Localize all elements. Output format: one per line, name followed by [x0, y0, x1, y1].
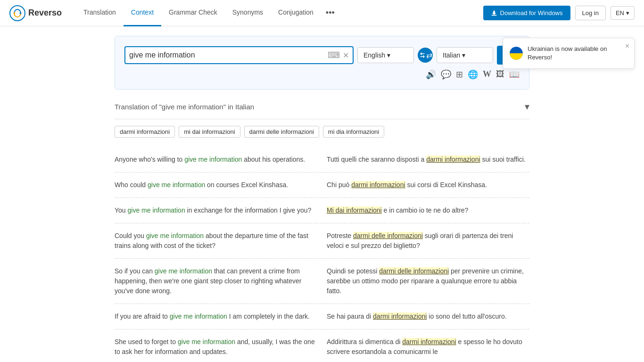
- notification-text: Ukrainian is now available on Reverso!: [528, 45, 617, 62]
- notification-close-button[interactable]: ×: [625, 42, 629, 50]
- volume-icon[interactable]: 🔊: [426, 69, 436, 80]
- en-highlight-4: give me information: [155, 267, 212, 275]
- nav-link-context[interactable]: Context: [124, 0, 161, 26]
- example-row-5: If you are afraid to give me information…: [115, 304, 529, 329]
- examples-list: Anyone who's willing to give me informat…: [115, 147, 529, 362]
- example-row-1: Who could give me information on courses…: [115, 173, 529, 198]
- search-area: ⌨ ✕ English ▾ ⇄ Italian ▾: [115, 36, 529, 90]
- it-highlight-5: darmi informazioni: [373, 313, 427, 320]
- source-lang-dropdown[interactable]: English ▾: [357, 47, 414, 63]
- target-lang-dropdown[interactable]: Italian ▾: [437, 47, 493, 63]
- nav-links: Translation Context Grammar Check Synony…: [76, 0, 483, 26]
- example-it-1: Chi può darmi informazioni sui corsi di …: [327, 180, 529, 190]
- it-highlight-2: Mi dai informazioni: [327, 206, 382, 214]
- translation-chevron[interactable]: ▾: [525, 101, 529, 112]
- search-input-icons: ⌨ ✕: [328, 50, 349, 60]
- example-it-0: Tutti quelli che saranno disposti a darm…: [327, 155, 529, 165]
- example-en-6: She used to forget to give me informatio…: [115, 337, 317, 357]
- keyboard-icon[interactable]: ⌨: [328, 50, 340, 60]
- translation-header: Translation of "give me information" in …: [115, 94, 529, 119]
- tag-2[interactable]: darmi delle informazioni: [244, 126, 319, 138]
- example-en-4: So if you can give me information that c…: [115, 266, 317, 296]
- book-icon[interactable]: 📖: [509, 69, 520, 80]
- example-en-3: Could you give me information about the …: [115, 231, 317, 251]
- wikipedia-icon[interactable]: W: [483, 69, 491, 80]
- notification-banner: Ukrainian is now available on Reverso! ×: [503, 38, 635, 69]
- it-highlight-3: darmi delle informazioni: [353, 232, 423, 239]
- it-highlight-0: darmi informazioni: [426, 156, 480, 163]
- it-highlight-1: darmi informazioni: [351, 181, 405, 189]
- login-button[interactable]: Log in: [575, 6, 606, 20]
- en-highlight-3: give me information: [146, 232, 204, 239]
- chevron-down-icon: ▾: [626, 9, 629, 16]
- tag-0[interactable]: darmi informazioni: [115, 126, 175, 138]
- en-highlight-6: give me information: [178, 338, 235, 346]
- example-it-2: Mi dai informazioni e in cambio io te ne…: [327, 206, 529, 215]
- example-row-0: Anyone who's willing to give me informat…: [115, 147, 529, 173]
- swap-languages-button[interactable]: ⇄: [418, 48, 433, 63]
- brand-name: Reverso: [28, 8, 62, 18]
- search-row: ⌨ ✕ English ▾ ⇄ Italian ▾: [124, 46, 520, 65]
- tags-row: darmi informazioni mi dai informazioni d…: [115, 126, 529, 138]
- nav-right: Download for Windows Log in EN ▾: [483, 6, 635, 20]
- nav-link-grammar[interactable]: Grammar Check: [161, 0, 225, 26]
- svg-point-0: [10, 6, 25, 21]
- source-lang-chevron: ▾: [387, 51, 390, 59]
- example-en-2: You give me information in exchange for …: [115, 206, 317, 215]
- download-button[interactable]: Download for Windows: [483, 6, 570, 20]
- tag-3[interactable]: mi dia informazioni: [323, 126, 384, 138]
- example-row-4: So if you can give me information that c…: [115, 259, 529, 304]
- web-icon[interactable]: 🌐: [468, 69, 478, 80]
- example-row-3: Could you give me information about the …: [115, 223, 529, 259]
- example-it-6: Addirittura si dimentica di darmi inform…: [327, 337, 529, 357]
- example-en-5: If you are afraid to give me information…: [115, 312, 317, 321]
- main-content: ⌨ ✕ English ▾ ⇄ Italian ▾: [105, 36, 539, 362]
- tag-1[interactable]: mi dai informazioni: [179, 126, 240, 138]
- nav-link-synonyms[interactable]: Synonyms: [225, 0, 271, 26]
- search-input-wrapper: ⌨ ✕: [124, 46, 354, 64]
- translation-title: Translation of "give me information" in …: [115, 103, 254, 111]
- example-row-2: You give me information in exchange for …: [115, 198, 529, 223]
- example-en-0: Anyone who's willing to give me informat…: [115, 155, 317, 165]
- en-highlight-2: give me information: [128, 206, 185, 214]
- example-it-3: Potreste darmi delle informazioni sugli …: [327, 231, 529, 251]
- clear-icon[interactable]: ✕: [343, 51, 349, 60]
- skype-icon[interactable]: 💬: [441, 69, 451, 80]
- example-row-6: She used to forget to give me informatio…: [115, 329, 529, 362]
- it-highlight-4: darmi delle informazioni: [379, 267, 449, 275]
- language-selector[interactable]: EN ▾: [611, 6, 635, 20]
- example-it-4: Quindi se potessi darmi delle informazio…: [327, 266, 529, 296]
- nav-link-translation[interactable]: Translation: [76, 0, 124, 26]
- ukraine-flag-icon: [510, 47, 523, 60]
- search-input[interactable]: [129, 51, 328, 59]
- nav-more-button[interactable]: •••: [321, 0, 339, 26]
- logo[interactable]: Reverso: [9, 5, 62, 21]
- target-lang-chevron: ▾: [462, 51, 465, 59]
- example-en-1: Who could give me information on courses…: [115, 180, 317, 190]
- navbar: Reverso Translation Context Grammar Chec…: [0, 0, 644, 26]
- en-highlight-5: give me information: [170, 313, 227, 320]
- en-highlight-1: give me information: [148, 181, 205, 189]
- image-icon[interactable]: 🖼: [496, 69, 504, 80]
- tools-row: 🔊 💬 ⊞ 🌐 W 🖼 📖: [124, 69, 520, 80]
- en-highlight-0: give me information: [184, 156, 242, 163]
- it-highlight-6: darmi informazioni: [402, 338, 456, 346]
- grid-icon[interactable]: ⊞: [456, 69, 463, 80]
- nav-link-conjugation[interactable]: Conjugation: [271, 0, 321, 26]
- example-it-5: Se hai paura di darmi informazioni io so…: [327, 312, 529, 321]
